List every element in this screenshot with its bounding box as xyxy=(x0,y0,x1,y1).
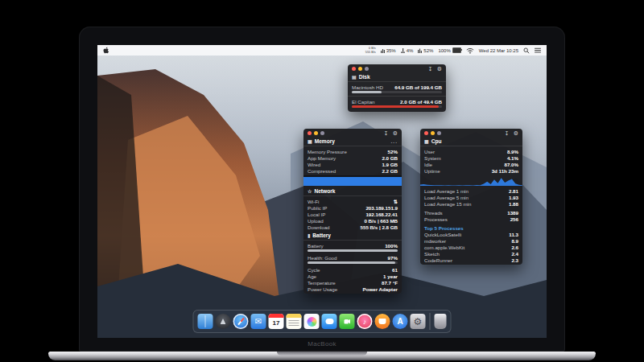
gear-icon[interactable]: ⚙ xyxy=(393,130,398,136)
notification-center-icon[interactable] xyxy=(535,47,541,53)
dock-icon-mail[interactable]: ✉ xyxy=(251,314,266,329)
stat-label: Threads xyxy=(424,210,443,216)
calendar-header xyxy=(269,314,284,318)
stat-value: 3d 11h 23m xyxy=(492,168,518,174)
stat-value: 192.168.22.41 xyxy=(365,212,398,217)
battery-icon: ▮ xyxy=(308,232,310,238)
top-processes-heading: Top 5 Processes xyxy=(420,224,522,231)
stat-value: 1.93 xyxy=(509,195,518,200)
minimize-button[interactable] xyxy=(358,67,362,71)
mini-gauge-icon xyxy=(401,48,405,53)
zoom-button[interactable] xyxy=(320,131,324,135)
dock-icon-notes[interactable] xyxy=(287,314,302,329)
stat-value: 1 year xyxy=(383,274,398,279)
dock-icon-safari[interactable] xyxy=(233,314,249,329)
minimize-button[interactable] xyxy=(314,131,318,135)
dock-icon-photos[interactable] xyxy=(304,314,320,329)
disk-widget-titlebar: ↧ ⚙ xyxy=(348,64,446,73)
cpu-history-graph xyxy=(420,175,522,186)
more-menu-icon[interactable]: ... xyxy=(391,138,398,144)
menu-bar: 0 B/s 555 B/s 35% 4% 52% xyxy=(97,45,547,56)
macos-desktop: 0 B/s 555 B/s 35% 4% 52% xyxy=(97,45,547,338)
memory-usage-fill xyxy=(303,177,402,186)
stat-value: 8.9% xyxy=(507,149,518,154)
dock-icon-messages[interactable] xyxy=(322,314,337,329)
stat-value: 2.0 GB xyxy=(382,155,398,161)
dock-icon-calendar[interactable]: 17 xyxy=(269,314,284,329)
dock-icon-launchpad[interactable] xyxy=(216,314,231,329)
stat-label: Memory Pressure xyxy=(308,149,347,154)
refresh-toggle-icon[interactable]: ⇅ xyxy=(394,199,398,204)
stat-value: 61 xyxy=(392,267,398,273)
menu-memory-stat[interactable]: 52% xyxy=(418,48,433,53)
stat-label: System xyxy=(424,155,441,161)
download-icon[interactable]: ↧ xyxy=(505,130,510,136)
gear-icon[interactable]: ⚙ xyxy=(437,66,442,72)
process-name: mdworker xyxy=(424,238,446,244)
stat-label: Power Usage xyxy=(308,286,337,292)
cpu-widget-titlebar: ↧ ⚙ xyxy=(420,129,522,138)
mini-bars-icon xyxy=(381,48,385,53)
stat-label: Uptime xyxy=(424,168,440,174)
dock-icon-system-preferences[interactable]: ⚙ xyxy=(411,314,426,329)
stat-label: Load Average 5 min xyxy=(424,195,469,200)
spotlight-search-icon[interactable] xyxy=(523,47,530,54)
menu-battery-stat[interactable]: 100% xyxy=(438,47,460,53)
process-name: Sketch xyxy=(424,251,440,257)
stat-label: Health: Good xyxy=(308,255,336,261)
stat-label: Load Average 15 min xyxy=(424,201,471,207)
battery-icon xyxy=(452,47,461,53)
zoom-button[interactable] xyxy=(437,131,441,135)
stat-label: Processes xyxy=(424,216,448,222)
menu-battery-value: 100% xyxy=(438,48,450,53)
process-name: CodeRunner xyxy=(424,257,452,263)
gear-icon[interactable]: ⚙ xyxy=(514,130,518,136)
cpu-chip-icon: ▩ xyxy=(424,138,429,144)
dock: ✉ 17 ♪ A ⚙ xyxy=(193,310,452,333)
menu-clock[interactable]: Wed 22 Mar 10:25 xyxy=(479,48,518,53)
battery-level-bar xyxy=(308,249,398,252)
disk-usage-bar xyxy=(352,91,442,93)
dock-icon-ibooks[interactable] xyxy=(375,314,390,329)
close-button[interactable] xyxy=(424,131,428,135)
calendar-day: 17 xyxy=(273,319,280,327)
stat-label: Wired xyxy=(308,162,320,167)
stat-value: 87.7 °F xyxy=(382,280,398,286)
memory-usage-graph xyxy=(303,175,402,186)
stat-value: 555 B/s | 2.8 GB xyxy=(361,224,398,230)
macbook-lid-notch xyxy=(277,352,367,356)
dock-icon-facetime[interactable] xyxy=(340,314,355,329)
wifi-icon[interactable] xyxy=(466,47,474,54)
zoom-button[interactable] xyxy=(365,67,369,71)
menu-disk-stat-value: 35% xyxy=(386,48,396,53)
dock-icon-trash[interactable] xyxy=(435,314,447,329)
cpu-title-row: ▩ Cpu xyxy=(420,138,522,145)
macbook-brand-label: MacBook xyxy=(79,340,565,348)
memory-chip-icon: ▦ xyxy=(308,138,312,144)
menu-disk-stat[interactable]: 35% xyxy=(381,48,396,53)
disk-widget: ↧ ⚙ ▤ Disk Macintosh HD 64.9 GB of 199.4… xyxy=(348,64,446,112)
minimize-button[interactable] xyxy=(431,131,435,135)
stat-value: 4.1% xyxy=(507,155,518,161)
process-cpu: 2.4 xyxy=(511,251,518,257)
stat-label: Temperature xyxy=(308,280,336,286)
volume-usage: 64.9 GB of 199.4 GB xyxy=(394,84,442,90)
dock-icon-itunes[interactable]: ♪ xyxy=(357,314,373,329)
network-title: Network xyxy=(314,188,335,194)
wifi-icon: ☆ xyxy=(308,188,312,194)
stat-value: 97% xyxy=(388,255,398,261)
close-button[interactable] xyxy=(352,67,356,71)
memory-widget-title: Memory xyxy=(315,138,335,144)
volume-usage: 2.0 GB of 49.4 GB xyxy=(400,99,442,105)
menu-cpu-stat[interactable]: 4% xyxy=(401,48,414,53)
menu-network-throughput[interactable]: 0 B/s 555 B/s xyxy=(365,47,376,53)
download-icon[interactable]: ↧ xyxy=(428,66,433,72)
dock-icon-finder[interactable] xyxy=(198,314,213,329)
menu-cpu-stat-value: 4% xyxy=(407,48,414,53)
dock-icon-app-store[interactable]: A xyxy=(393,314,408,329)
stat-label: Age xyxy=(308,274,316,279)
download-icon[interactable]: ↧ xyxy=(384,130,389,136)
battery-section-title: ▮ Battery xyxy=(303,232,402,239)
apple-menu-icon[interactable] xyxy=(103,47,109,54)
close-button[interactable] xyxy=(308,131,312,135)
